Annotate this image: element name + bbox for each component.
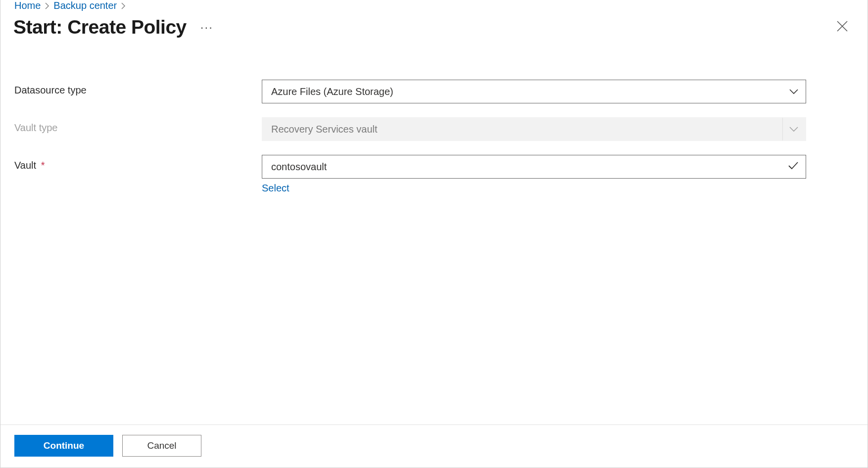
vault-type-select: Recovery Services vault [262,117,806,141]
form-area: Datasource type Azure Files (Azure Stora… [0,52,868,424]
vault-value: contosovault [271,161,327,173]
checkmark-icon [788,161,799,173]
cancel-button[interactable]: Cancel [122,435,201,457]
more-actions-button[interactable]: ··· [197,19,216,35]
vault-label-text: Vault [14,160,36,171]
breadcrumb: Home Backup center [0,0,868,13]
close-icon [836,25,849,35]
page-title: Start: Create Policy [13,16,187,38]
chevron-right-icon [121,2,126,10]
datasource-type-label: Datasource type [14,80,262,96]
chevron-right-icon [45,2,49,10]
chevron-down-icon [782,118,799,140]
vault-label: Vault * [14,155,262,171]
chevron-down-icon [789,86,799,97]
required-marker: * [41,160,45,171]
vault-select-link[interactable]: Select [262,183,289,194]
breadcrumb-backup-center[interactable]: Backup center [53,0,117,11]
close-button[interactable] [833,17,852,38]
vault-type-label: Vault type [14,117,262,134]
vault-type-value: Recovery Services vault [271,124,378,135]
datasource-type-select[interactable]: Azure Files (Azure Storage) [262,80,806,103]
continue-button[interactable]: Continue [14,435,113,457]
row-vault-type: Vault type Recovery Services vault [14,117,854,141]
vault-input[interactable]: contosovault [262,155,806,179]
breadcrumb-home[interactable]: Home [14,0,41,11]
row-vault: Vault * contosovault Select [14,155,854,194]
row-datasource-type: Datasource type Azure Files (Azure Stora… [14,80,854,103]
footer: Continue Cancel [0,424,868,468]
datasource-type-value: Azure Files (Azure Storage) [271,86,393,97]
